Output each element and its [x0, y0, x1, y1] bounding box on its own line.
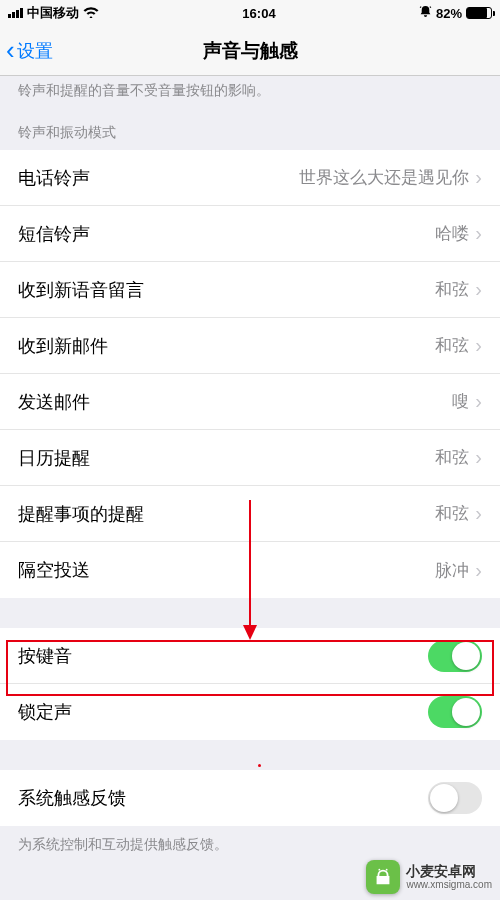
clock: 16:04 — [242, 6, 275, 21]
carrier-label: 中国移动 — [27, 4, 79, 22]
row-keyboard-clicks: 按键音 — [0, 628, 500, 684]
back-label: 设置 — [17, 39, 53, 63]
chevron-right-icon: › — [475, 559, 482, 582]
chevron-right-icon: › — [475, 334, 482, 357]
row-value: 脉冲 — [435, 559, 469, 582]
status-left: 中国移动 — [8, 4, 99, 22]
row-value: 和弦 — [435, 446, 469, 469]
status-bar: 中国移动 16:04 82% — [0, 0, 500, 26]
chevron-right-icon: › — [475, 502, 482, 525]
row-sent-mail[interactable]: 发送邮件 嗖› — [0, 374, 500, 430]
row-lock-sound: 锁定声 — [0, 684, 500, 740]
hint-haptics: 为系统控制和互动提供触感反馈。 — [0, 826, 500, 862]
battery-icon — [466, 7, 492, 19]
chevron-right-icon: › — [475, 278, 482, 301]
chevron-right-icon: › — [475, 446, 482, 469]
svg-point-2 — [379, 869, 381, 871]
row-label: 发送邮件 — [18, 390, 90, 414]
row-phone-ringtone[interactable]: 电话铃声 世界这么大还是遇见你› — [0, 150, 500, 206]
chevron-right-icon: › — [475, 166, 482, 189]
row-label: 短信铃声 — [18, 222, 90, 246]
status-right: 82% — [419, 5, 492, 21]
group-ringtones: 电话铃声 世界这么大还是遇见你› 短信铃声 哈喽› 收到新语音留言 和弦› 收到… — [0, 150, 500, 598]
row-value: 和弦 — [435, 334, 469, 357]
annotation-dot — [258, 764, 261, 767]
toggle-lock-sound[interactable] — [428, 696, 482, 728]
row-label: 按键音 — [18, 644, 72, 668]
row-sms-ringtone[interactable]: 短信铃声 哈喽› — [0, 206, 500, 262]
row-label: 电话铃声 — [18, 166, 90, 190]
row-reminder-alert[interactable]: 提醒事项的提醒 和弦› — [0, 486, 500, 542]
chevron-right-icon: › — [475, 222, 482, 245]
group-sounds: 按键音 锁定声 — [0, 628, 500, 740]
watermark-url: www.xmsigma.com — [406, 879, 492, 890]
row-calendar-alert[interactable]: 日历提醒 和弦› — [0, 430, 500, 486]
row-system-haptics: 系统触感反馈 — [0, 770, 500, 826]
row-label: 收到新邮件 — [18, 334, 108, 358]
chevron-right-icon: › — [475, 390, 482, 413]
back-button[interactable]: ‹ 设置 — [0, 35, 53, 66]
row-value: 世界这么大还是遇见你 — [299, 166, 469, 189]
watermark: 小麦安卓网 www.xmsigma.com — [366, 860, 492, 894]
hint-volume: 铃声和提醒的音量不受音量按钮的影响。 — [0, 76, 500, 108]
page-title: 声音与触感 — [203, 38, 298, 64]
svg-point-3 — [386, 869, 388, 871]
watermark-logo-icon — [366, 860, 400, 894]
row-label: 收到新语音留言 — [18, 278, 144, 302]
alarm-icon — [419, 5, 432, 21]
row-new-mail[interactable]: 收到新邮件 和弦› — [0, 318, 500, 374]
battery-percent: 82% — [436, 6, 462, 21]
row-voicemail[interactable]: 收到新语音留言 和弦› — [0, 262, 500, 318]
row-airdrop[interactable]: 隔空投送 脉冲› — [0, 542, 500, 598]
group-haptics: 系统触感反馈 — [0, 770, 500, 826]
section-header-ringtones: 铃声和振动模式 — [0, 108, 500, 150]
chevron-left-icon: ‹ — [6, 35, 15, 66]
row-value: 哈喽 — [435, 222, 469, 245]
toggle-keyboard-clicks[interactable] — [428, 640, 482, 672]
row-value: 和弦 — [435, 502, 469, 525]
row-label: 系统触感反馈 — [18, 786, 126, 810]
row-value: 嗖 — [452, 390, 469, 413]
row-label: 隔空投送 — [18, 558, 90, 582]
row-label: 锁定声 — [18, 700, 72, 724]
row-value: 和弦 — [435, 278, 469, 301]
row-label: 提醒事项的提醒 — [18, 502, 144, 526]
watermark-title: 小麦安卓网 — [406, 864, 492, 879]
nav-bar: ‹ 设置 声音与触感 — [0, 26, 500, 76]
toggle-system-haptics[interactable] — [428, 782, 482, 814]
row-label: 日历提醒 — [18, 446, 90, 470]
signal-icon — [8, 8, 23, 18]
wifi-icon — [83, 5, 99, 21]
